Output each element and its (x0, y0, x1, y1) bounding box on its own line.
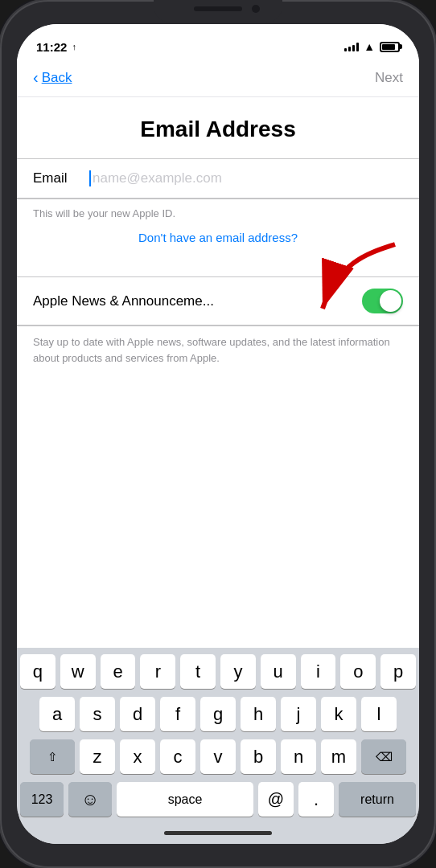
keyboard: q w e r t y u i o p a s d f g h j k (17, 648, 419, 844)
status-icons: ▲ (344, 40, 400, 53)
key-f[interactable]: f (160, 697, 195, 731)
key-l[interactable]: l (361, 697, 397, 731)
key-r[interactable]: r (140, 654, 175, 689)
key-j[interactable]: j (281, 697, 316, 731)
apple-news-toggle[interactable] (362, 289, 403, 313)
key-c[interactable]: c (160, 739, 195, 774)
back-chevron-icon: ‹ (33, 68, 39, 87)
keyboard-row-2: a s d f g h j k l (20, 697, 416, 731)
form-hint: This will be your new Apple ID. (17, 199, 419, 227)
period-key[interactable]: . (298, 782, 334, 817)
status-bar: 11:22 ↑ ▲ (17, 24, 419, 59)
keyboard-row-1: q w e r t y u i o p (20, 654, 416, 689)
keyboard-row-4: 123 ☺ space @ . return (20, 782, 416, 817)
key-u[interactable]: u (261, 654, 296, 689)
location-icon: ↑ (72, 42, 76, 51)
email-placeholder: name@example.com (93, 170, 222, 186)
nav-bar: ‹ Back Next (17, 59, 419, 97)
toggle-knob (380, 290, 401, 312)
key-v[interactable]: v (200, 739, 236, 774)
page-title: Email Address (17, 97, 419, 158)
key-x[interactable]: x (120, 739, 155, 774)
return-key[interactable]: return (339, 782, 416, 817)
key-i[interactable]: i (301, 654, 336, 689)
wifi-icon: ▲ (364, 40, 375, 53)
signal-icon (344, 43, 359, 51)
key-t[interactable]: t (180, 654, 216, 689)
shift-key[interactable]: ⇧ (30, 739, 75, 774)
toggle-row: Apple News & Announceme... (17, 277, 419, 326)
notch (154, 0, 282, 23)
back-label[interactable]: Back (42, 70, 72, 86)
key-s[interactable]: s (80, 697, 115, 731)
key-a[interactable]: a (39, 697, 75, 731)
key-w[interactable]: w (60, 654, 96, 689)
numbers-key[interactable]: 123 (20, 782, 64, 817)
dont-have-email-link[interactable]: Don't have an email address? (138, 231, 298, 244)
emoji-key[interactable]: ☺ (68, 782, 112, 817)
next-button[interactable]: Next (375, 70, 403, 86)
battery-icon (380, 42, 400, 52)
cursor (89, 170, 91, 186)
key-p[interactable]: p (380, 654, 416, 689)
delete-key[interactable]: ⌫ (361, 739, 406, 774)
dont-have-email-container: Don't have an email address? (17, 227, 419, 257)
home-indicator (20, 825, 416, 841)
email-row: Email name@example.com (17, 159, 419, 199)
key-n[interactable]: n (281, 739, 316, 774)
key-k[interactable]: k (321, 697, 356, 731)
key-e[interactable]: e (101, 654, 136, 689)
at-key[interactable]: @ (258, 782, 294, 817)
toggle-section: Apple News & Announceme... (17, 276, 419, 326)
key-g[interactable]: g (200, 697, 236, 731)
home-bar (164, 831, 272, 835)
toggle-description: Stay up to date with Apple news, softwar… (17, 326, 419, 379)
key-z[interactable]: z (80, 739, 115, 774)
key-o[interactable]: o (340, 654, 376, 689)
camera (252, 5, 260, 13)
form-section: Email name@example.com (17, 158, 419, 199)
key-q[interactable]: q (20, 654, 56, 689)
email-input[interactable]: name@example.com (89, 170, 403, 186)
screen: 11:22 ↑ ▲ ‹ B (17, 24, 419, 844)
back-button[interactable]: ‹ Back (33, 69, 72, 87)
status-time: 11:22 ↑ (36, 40, 76, 54)
phone-frame: 11:22 ↑ ▲ ‹ B (0, 0, 436, 868)
email-label: Email (33, 170, 89, 186)
content-area: ‹ Back Next Email Address Email name@exa… (17, 59, 419, 648)
toggle-label: Apple News & Announceme... (33, 293, 214, 309)
key-d[interactable]: d (120, 697, 155, 731)
keyboard-row-3: ⇧ z x c v b n m ⌫ (20, 739, 416, 774)
key-y[interactable]: y (220, 654, 256, 689)
key-h[interactable]: h (241, 697, 276, 731)
key-m[interactable]: m (321, 739, 356, 774)
space-key[interactable]: space (117, 782, 253, 817)
key-b[interactable]: b (241, 739, 276, 774)
speaker (194, 6, 242, 11)
